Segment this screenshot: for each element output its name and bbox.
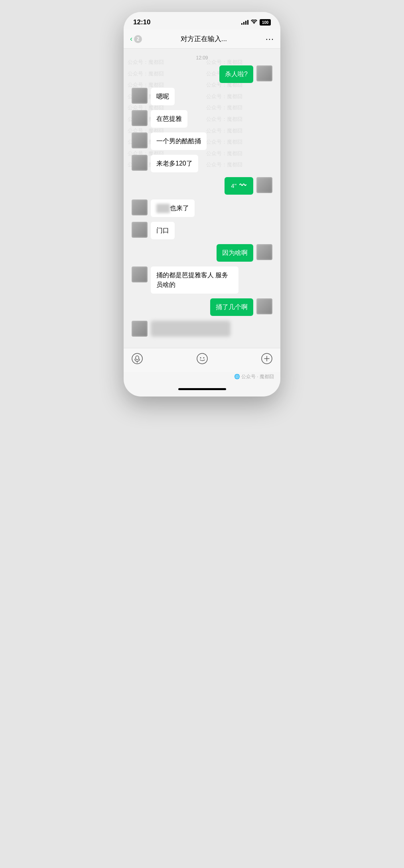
avatar-right — [256, 244, 272, 260]
wifi-icon — [251, 19, 257, 26]
avatar-right — [256, 177, 272, 193]
bubble-left: 在芭提雅 — [151, 110, 187, 128]
message-row: 捅的都是芭提雅客人 服务员啥的 — [128, 266, 276, 294]
nav-title: 对方正在输入... — [142, 34, 266, 43]
bubble-left: 嗯呢 — [151, 88, 175, 105]
message-row: 捅了几个啊 — [128, 298, 276, 316]
phone-frame: 12:10 100 ‹ 2 对方正在输入... ··· 公众号：魔都囧公 — [124, 12, 280, 397]
message-row: 来老多120了 — [128, 155, 276, 172]
svg-point-4 — [200, 357, 201, 359]
more-button[interactable]: ··· — [266, 34, 274, 44]
add-button[interactable] — [261, 353, 272, 367]
message-row: 4" — [128, 177, 276, 195]
bottom-bar — [124, 348, 280, 372]
avatar-left — [132, 88, 148, 104]
avatar-left — [132, 222, 148, 238]
bubble-right: 杀人啦? — [219, 65, 253, 83]
back-chevron-icon: ‹ — [130, 35, 132, 43]
blurred-name: 某某 — [156, 204, 170, 213]
message-row: 杀人啦? — [128, 65, 276, 83]
battery-icon: 100 — [260, 19, 271, 26]
bubble-left: 一个男的酷酷捅 — [151, 132, 207, 150]
voice-input-button[interactable] — [132, 353, 143, 367]
signal-icon — [241, 20, 248, 25]
avatar-left — [132, 132, 148, 148]
emoji-button[interactable] — [197, 353, 208, 367]
bubble-right: 捅了几个啊 — [210, 298, 253, 316]
blurred-message — [151, 321, 231, 337]
svg-point-5 — [203, 357, 204, 359]
message-row: 门口 — [128, 222, 276, 239]
home-indicator — [124, 385, 280, 397]
message-row — [128, 321, 276, 337]
bubble-left: 来老多120了 — [151, 155, 198, 172]
voice-wave-icon — [239, 181, 247, 191]
message-row: 某某也来了 — [128, 199, 276, 217]
bubble-left: 某某也来了 — [151, 199, 195, 217]
message-row: 在芭提雅 — [128, 110, 276, 128]
bubble-right: 因为啥啊 — [217, 244, 253, 262]
bubble-left: 捅的都是芭提雅客人 服务员啥的 — [151, 266, 238, 294]
home-bar — [178, 388, 226, 390]
status-bar: 12:10 100 — [124, 12, 280, 30]
avatar-right — [256, 65, 272, 81]
chat-timestamp: 12:09 — [128, 55, 276, 61]
message-row: 嗯呢 — [128, 88, 276, 105]
avatar-left — [132, 321, 148, 337]
avatar-left — [132, 266, 148, 282]
nav-badge: 2 — [134, 35, 142, 43]
voice-duration: 4" — [231, 181, 236, 191]
bubble-left: 门口 — [151, 222, 175, 239]
status-time: 12:10 — [133, 18, 150, 26]
chat-area: 公众号：魔都囧公众号：魔都囧公众号：魔都囧公众号：魔都囧公众号：魔都囧公众号：魔… — [124, 49, 280, 348]
message-row: 一个男的酷酷捅 — [128, 132, 276, 150]
nav-bar: ‹ 2 对方正在输入... ··· — [124, 30, 280, 49]
back-button[interactable]: ‹ 2 — [130, 35, 142, 43]
message-row: 因为啥啊 — [128, 244, 276, 262]
avatar-left — [132, 110, 148, 126]
svg-point-3 — [197, 353, 207, 364]
avatar-left — [132, 155, 148, 171]
status-icons: 100 — [241, 19, 271, 26]
avatar-right — [256, 298, 272, 314]
footer-brand: 🌐 公众号 · 魔都囧 — [124, 372, 280, 385]
avatar-left — [132, 199, 148, 215]
voice-bubble-right[interactable]: 4" — [225, 177, 253, 195]
svg-point-1 — [136, 356, 139, 360]
